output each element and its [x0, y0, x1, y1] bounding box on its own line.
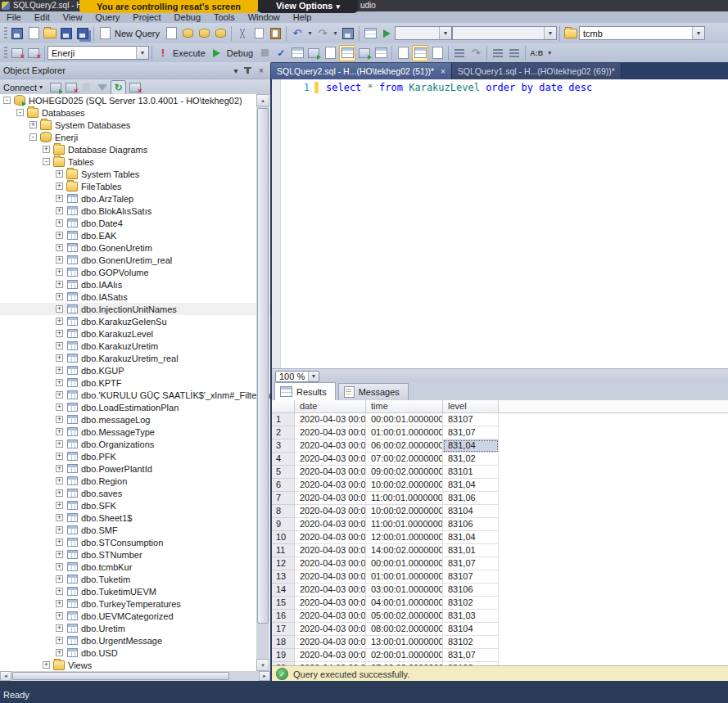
cell-date[interactable]: 2020-04-03 00:00:00: [295, 570, 366, 584]
open-file-icon[interactable]: [43, 26, 57, 41]
grid-header-time[interactable]: time: [366, 400, 443, 413]
cell-time[interactable]: 12:00:01.0000000: [366, 531, 443, 544]
menu-view[interactable]: View: [57, 11, 89, 23]
expand-icon[interactable]: [56, 428, 63, 435]
cell-time[interactable]: 11:00:01.0000000: [366, 492, 443, 505]
tree-item[interactable]: dbo.Uretim: [0, 622, 270, 634]
new-query-icon[interactable]: [97, 26, 112, 41]
tree-item[interactable]: dbo.BlokAlısSatıs: [0, 205, 270, 217]
tree-item[interactable]: Enerji: [0, 131, 270, 143]
client-stats-icon[interactable]: [373, 46, 388, 61]
filter-icon[interactable]: [95, 81, 109, 94]
cell-time[interactable]: 02:00:01.0000000: [366, 649, 443, 662]
expand-icon[interactable]: [56, 268, 63, 276]
tree-item[interactable]: dbo.IAAlıs: [0, 278, 270, 291]
expand-icon[interactable]: [56, 489, 63, 497]
disconnect-server-icon[interactable]: [64, 81, 78, 94]
cell-level[interactable]: 83102: [443, 636, 499, 649]
tree-item[interactable]: dbo.tcmbKur: [0, 561, 270, 573]
scrollbar-thumb[interactable]: [12, 672, 229, 680]
tree-item[interactable]: dbo.InjectionUnitNames: [0, 303, 270, 315]
row-number-cell[interactable]: 9: [272, 518, 295, 531]
cell-level[interactable]: 831,06: [443, 492, 499, 505]
view-options-button[interactable]: View Options: [258, 0, 358, 13]
expand-icon[interactable]: [56, 195, 63, 202]
row-number-cell[interactable]: 6: [272, 479, 295, 492]
expand-icon[interactable]: [56, 170, 63, 178]
execute-button[interactable]: Execute: [173, 48, 206, 58]
tree-item[interactable]: Database Diagrams: [0, 143, 270, 155]
cell-date[interactable]: 2020-04-03 00:00:00: [295, 623, 366, 636]
refresh-icon[interactable]: ↻: [111, 80, 126, 95]
debug-button[interactable]: Debug: [227, 48, 253, 58]
increase-indent-icon[interactable]: [507, 46, 522, 61]
change-connection-icon[interactable]: [10, 46, 25, 61]
row-number-cell[interactable]: 10: [272, 531, 295, 544]
tree-item[interactable]: dbo.TurkeyTemperatures: [0, 597, 270, 610]
expand-icon[interactable]: [56, 612, 63, 620]
cell-time[interactable]: 10:00:02.0000000: [366, 505, 443, 518]
comment-icon[interactable]: [452, 46, 467, 61]
expand-icon[interactable]: [56, 563, 63, 570]
collapse-icon[interactable]: [29, 133, 37, 141]
expand-icon[interactable]: [56, 391, 63, 399]
cell-time[interactable]: 13:00:01.0000000: [366, 636, 443, 649]
cell-date[interactable]: 2020-04-03 00:00:00: [295, 649, 366, 662]
tree-item[interactable]: FileTables: [0, 180, 270, 192]
cut-icon[interactable]: [235, 26, 250, 41]
query-options-icon[interactable]: [306, 46, 321, 61]
results-to-file-icon[interactable]: [430, 46, 445, 61]
row-number-cell[interactable]: 17: [272, 623, 295, 636]
tree-item[interactable]: dbo.SMF: [0, 524, 270, 536]
cell-level[interactable]: 83102: [443, 597, 499, 610]
cell-level[interactable]: 83107: [443, 570, 499, 584]
tree-item[interactable]: dbo.UEVMCategorized: [0, 610, 270, 622]
tree-item[interactable]: dbo.Region: [0, 475, 270, 487]
expand-icon[interactable]: [56, 219, 63, 227]
cell-level[interactable]: 831,04: [443, 531, 499, 544]
undo-dropdown-icon[interactable]: ▾: [306, 26, 314, 41]
scrollbar-thumb[interactable]: [257, 108, 269, 624]
redo-icon[interactable]: ↷: [315, 26, 330, 41]
tree-item[interactable]: Views: [0, 659, 270, 671]
cell-date[interactable]: 2020-04-03 00:00:00: [295, 544, 366, 557]
cell-date[interactable]: 2020-04-03 00:00:00: [295, 584, 366, 597]
tree-item[interactable]: dbo.'KURULU GÜÇ SAATLİK$'_xlnm#_FilterDa…: [0, 389, 270, 401]
grid-header-level[interactable]: level: [443, 400, 499, 413]
row-number-cell[interactable]: 15: [272, 597, 295, 610]
expand-icon[interactable]: [56, 379, 63, 386]
cell-date[interactable]: 2020-04-03 00:00:00: [295, 557, 366, 570]
collapse-icon[interactable]: [43, 158, 50, 165]
menu-project[interactable]: Project: [126, 11, 167, 23]
cell-date[interactable]: 2020-04-03 00:00:00: [295, 597, 366, 610]
expand-icon[interactable]: [56, 256, 63, 264]
cell-time[interactable]: 09:00:02.0000000: [366, 466, 443, 479]
expand-icon[interactable]: [56, 403, 63, 411]
menu-debug[interactable]: Debug: [168, 11, 207, 23]
cell-time[interactable]: 03:00:01.0000000: [366, 584, 443, 597]
cell-level[interactable]: 831,07: [443, 649, 499, 662]
tree-item[interactable]: dbo.messageLog: [0, 413, 270, 426]
tree-item[interactable]: dbo.PowerPlantId: [0, 462, 270, 475]
collapse-icon[interactable]: [16, 109, 24, 116]
include-plan-icon[interactable]: [357, 46, 372, 61]
expand-icon[interactable]: [56, 330, 63, 337]
expand-icon[interactable]: [56, 600, 63, 607]
expand-icon[interactable]: [56, 305, 63, 313]
reports-icon[interactable]: [128, 81, 142, 94]
expand-icon[interactable]: [56, 514, 63, 521]
document-tab-1[interactable]: SQLQuery2.sql - H...(HO\tekheg02 (51))*×: [271, 63, 452, 79]
tab-results[interactable]: Results: [274, 382, 336, 400]
sql-editor[interactable]: 1 select * from KarakuzLevel order by da…: [272, 79, 728, 368]
toolbar-combo-2[interactable]: ▾: [452, 26, 557, 40]
row-number-cell[interactable]: 12: [272, 557, 295, 570]
row-number-cell[interactable]: 1: [272, 413, 295, 426]
decrease-indent-icon[interactable]: [491, 46, 505, 61]
navigate-icon[interactable]: [341, 26, 355, 41]
undo-icon[interactable]: ↶: [290, 26, 305, 41]
tree-item[interactable]: System Tables: [0, 168, 270, 180]
tree-item[interactable]: dbo.Tuketim: [0, 573, 270, 585]
overflow-icon[interactable]: ▾: [545, 46, 554, 61]
tree-item[interactable]: dbo.PFK: [0, 450, 270, 462]
new-project-icon[interactable]: [10, 26, 25, 41]
